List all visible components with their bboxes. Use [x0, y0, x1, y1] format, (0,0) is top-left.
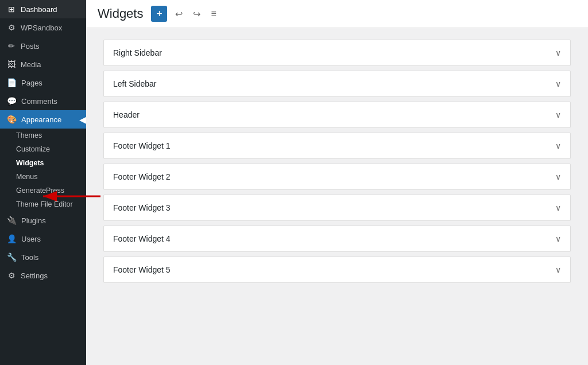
widget-section-title-footer-widget-2: Footer Widget 2 — [113, 172, 171, 181]
widget-section-footer-widget-3: Footer Widget 3 ∨ — [103, 195, 571, 221]
sidebar-item-tools[interactable]: 🔧 Tools — [0, 248, 86, 266]
chevron-down-icon: ∨ — [555, 172, 561, 181]
add-widget-button[interactable]: + — [151, 6, 167, 22]
widget-section-footer-widget-5: Footer Widget 5 ∨ — [103, 257, 571, 283]
chevron-down-icon: ∨ — [555, 203, 561, 212]
chevron-down-icon: ∨ — [555, 234, 561, 243]
sidebar-sub-widgets[interactable]: Widgets — [0, 156, 86, 170]
sidebar-sub-menus[interactable]: Menus — [0, 170, 86, 184]
page-header: Widgets + ↩ ↪ ≡ — [86, 0, 588, 28]
sidebar-item-media[interactable]: 🖼 Media — [0, 55, 86, 73]
tools-icon: 🔧 — [7, 253, 17, 262]
sidebar-item-wpsandbox[interactable]: ⚙ WPSandbox — [0, 18, 86, 37]
widget-section-header-footer-widget-2[interactable]: Footer Widget 2 ∨ — [104, 164, 570, 189]
chevron-down-icon: ∨ — [555, 141, 561, 150]
widget-section-left-sidebar: Left Sidebar ∨ — [103, 71, 571, 97]
widget-section-header-right-sidebar[interactable]: Right Sidebar ∨ — [104, 40, 570, 65]
widget-section-header-footer-widget-1[interactable]: Footer Widget 1 ∨ — [104, 133, 570, 158]
widget-section-header-footer-widget-4[interactable]: Footer Widget 4 ∨ — [104, 226, 570, 251]
chevron-down-icon: ∨ — [555, 265, 561, 274]
sidebar-item-dashboard[interactable]: ⊞ Dashboard — [0, 0, 86, 18]
sidebar-item-appearance[interactable]: 🎨 Appearance ◀ — [0, 110, 86, 129]
sidebar-item-pages[interactable]: 📄 Pages — [0, 73, 86, 92]
plugins-icon: 🔌 — [7, 216, 17, 225]
more-options-button[interactable]: ≡ — [208, 6, 218, 21]
undo-button[interactable]: ↩ — [173, 6, 185, 22]
widget-section-header-left-sidebar[interactable]: Left Sidebar ∨ — [104, 71, 570, 96]
widget-section-title-footer-widget-4: Footer Widget 4 — [113, 234, 171, 243]
widget-section-footer-widget-1: Footer Widget 1 ∨ — [103, 133, 571, 159]
appearance-icon: 🎨 — [7, 115, 17, 124]
wpsandbox-icon: ⚙ — [7, 23, 16, 32]
dashboard-icon: ⊞ — [7, 5, 16, 14]
widget-section-title-header: Header — [113, 110, 140, 119]
media-icon: 🖼 — [7, 60, 16, 69]
settings-icon: ⚙ — [7, 271, 16, 280]
comments-icon: 💬 — [7, 96, 17, 106]
sidebar-item-users[interactable]: 👤 Users — [0, 230, 86, 248]
widget-section-title-footer-widget-3: Footer Widget 3 — [113, 203, 171, 212]
sidebar-item-plugins[interactable]: 🔌 Plugins — [0, 211, 86, 230]
sidebar-sub-themes[interactable]: Themes — [0, 129, 86, 142]
sidebar-item-posts[interactable]: ✏ Posts — [0, 37, 86, 55]
widget-section-title-left-sidebar: Left Sidebar — [113, 79, 157, 88]
sidebar-sub-customize[interactable]: Customize — [0, 142, 86, 156]
widgets-content: Right Sidebar ∨ Left Sidebar ∨ Header ∨ … — [86, 28, 588, 365]
redo-button[interactable]: ↪ — [191, 6, 203, 22]
chevron-down-icon: ∨ — [555, 79, 561, 88]
widget-section-title-right-sidebar: Right Sidebar — [113, 48, 162, 57]
sidebar-sub-theme-file-editor[interactable]: Theme File Editor — [0, 197, 86, 211]
widget-section-header-footer-widget-3[interactable]: Footer Widget 3 ∨ — [104, 195, 570, 220]
widget-section-footer-widget-2: Footer Widget 2 ∨ — [103, 164, 571, 190]
users-icon: 👤 — [7, 234, 17, 243]
widget-section-header: Header ∨ — [103, 102, 571, 128]
page-title: Widgets — [98, 6, 143, 21]
widget-section-header-header[interactable]: Header ∨ — [104, 102, 570, 127]
widget-section-title-footer-widget-5: Footer Widget 5 — [113, 265, 171, 274]
posts-icon: ✏ — [7, 41, 16, 51]
chevron-down-icon: ∨ — [555, 48, 561, 57]
widget-section-header-footer-widget-5[interactable]: Footer Widget 5 ∨ — [104, 257, 570, 282]
chevron-down-icon: ∨ — [555, 110, 561, 119]
widget-section-title-footer-widget-1: Footer Widget 1 — [113, 141, 171, 150]
sidebar-item-settings[interactable]: ⚙ Settings — [0, 266, 86, 285]
sidebar-sub-generatepress[interactable]: GeneratePress — [0, 184, 86, 197]
widget-section-right-sidebar: Right Sidebar ∨ — [103, 40, 571, 66]
widget-section-footer-widget-4: Footer Widget 4 ∨ — [103, 226, 571, 252]
appearance-arrow: ◀ — [79, 114, 86, 125]
sidebar-item-comments[interactable]: 💬 Comments — [0, 92, 86, 110]
pages-icon: 📄 — [7, 78, 17, 87]
